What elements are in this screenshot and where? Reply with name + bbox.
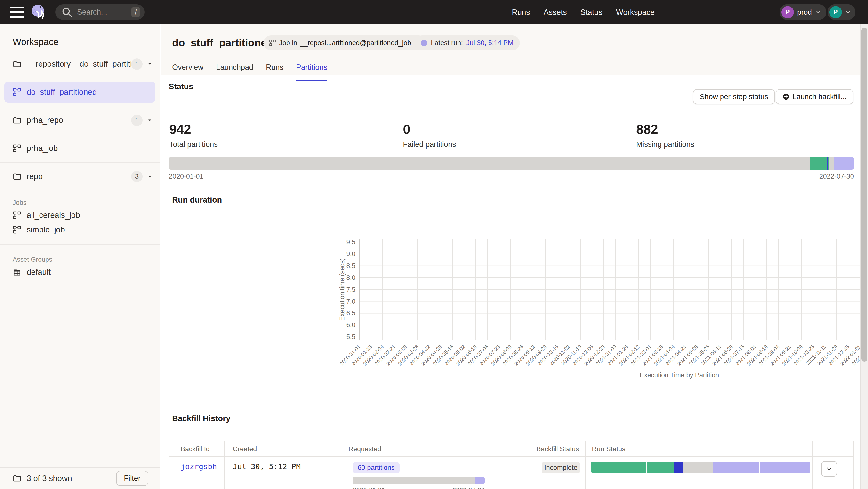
bar-segment [591, 462, 646, 473]
folder-icon [12, 116, 21, 125]
job-count-badge: 1 [131, 58, 143, 70]
run-status-bar[interactable] [591, 462, 810, 473]
bar-segment [830, 157, 834, 170]
row-expand-button[interactable] [821, 461, 837, 477]
svg-text:5.5: 5.5 [346, 333, 355, 340]
show-per-step-status-button[interactable]: Show per-step status [693, 89, 775, 104]
expand-caret-icon[interactable] [147, 173, 153, 179]
deployment-avatar: P [781, 6, 794, 19]
partition-stats: 942Total partitions0Failed partitions882… [160, 112, 854, 157]
stat-failed-partitions: 0Failed partitions [394, 112, 627, 157]
user-avatar: P [830, 6, 842, 19]
bar-segment [353, 477, 475, 484]
bar-segment [810, 157, 826, 170]
dagster-logo[interactable] [31, 4, 46, 20]
table-header: Backfill IdCreatedRequestedBackfill Stat… [169, 441, 854, 457]
top-nav-links: RunsAssetsStatusWorkspace [512, 8, 655, 17]
backfill-history-heading: Backfill History [172, 414, 230, 423]
divider [160, 432, 860, 433]
nav-link-status[interactable]: Status [581, 8, 602, 17]
bar-segment [169, 157, 810, 170]
sidebar-item-all-cereals-job[interactable]: all_cereals_job [0, 208, 159, 223]
latest-run-link[interactable]: Jul 30, 5:14 PM [466, 39, 514, 47]
sidebar-item-label: all_cereals_job [27, 210, 80, 220]
bar-segment [834, 157, 854, 170]
sidebar-item-default[interactable]: default [0, 265, 159, 280]
sidebar-item-label: repo [27, 172, 131, 181]
folder-icon [12, 172, 21, 181]
column-divider [812, 441, 813, 489]
sidebar-item-label: do_stuff_partitioned [27, 88, 159, 97]
expand-caret-icon[interactable] [147, 117, 153, 123]
tab-runs[interactable]: Runs [266, 63, 283, 75]
filter-button[interactable]: Filter [116, 471, 148, 486]
sidebar-item-do-stuff-partitioned[interactable]: do_stuff_partitioned [0, 78, 159, 106]
divider [0, 287, 159, 287]
requested-partitions-chip[interactable]: 60 partitions [353, 462, 400, 473]
stat-value: 0 [403, 122, 627, 137]
column-divider [224, 441, 225, 489]
deployment-label: prod [797, 8, 812, 16]
stat-value: 942 [169, 122, 394, 137]
column-divider [585, 441, 586, 489]
tab-overview[interactable]: Overview [172, 63, 204, 75]
expand-caret-icon[interactable] [147, 61, 153, 67]
sidebar-section-label: Asset Groups [12, 256, 159, 263]
nav-link-runs[interactable]: Runs [512, 8, 530, 17]
repo-list: __repository__do_stuff_partitio...1do_st… [0, 50, 159, 190]
status-heading: Status [169, 82, 193, 91]
tab-partitions[interactable]: Partitions [296, 63, 327, 75]
sidebar-item-label: prha_job [27, 144, 159, 153]
range-start: 2020-01-01 [353, 486, 385, 489]
launch-backfill-button[interactable]: Launch backfill... [776, 89, 854, 104]
backfill-status-tag: Incomplete [541, 462, 580, 473]
column-header-created: Created [233, 445, 257, 453]
sidebar-item-repo[interactable]: repo3 [0, 162, 159, 190]
partition-range-end: 2022-07-30 [819, 172, 854, 180]
run-duration-chart: 9.59.08.58.07.57.06.56.05.5Execution tim… [160, 213, 860, 407]
partition-status-bar[interactable] [169, 157, 854, 170]
backfill-id-link[interactable]: jozrgsbh [181, 462, 217, 471]
svg-text:7.5: 7.5 [346, 286, 355, 293]
sidebar-item-prha-repo[interactable]: prha_repo1 [0, 106, 159, 134]
nav-link-workspace[interactable]: Workspace [616, 8, 655, 17]
bar-segment [760, 462, 810, 473]
latest-run-label: Latest run: [431, 39, 463, 47]
run-duration-heading: Run duration [172, 195, 222, 204]
bar-segment [674, 462, 683, 473]
sidebar-item-prha-job[interactable]: prha_job [0, 134, 159, 162]
sidebar-item-label: simple_job [27, 225, 65, 234]
folder-icon [12, 60, 21, 68]
requested-range-bar [353, 477, 485, 484]
partition-range-start: 2020-01-01 [169, 172, 204, 180]
column-header-backfill-id: Backfill Id [181, 445, 210, 453]
hamburger-menu-icon[interactable] [10, 6, 24, 18]
sidebar-item-label: __repository__do_stuff_partitio... [27, 59, 131, 69]
job-chip-prefix: Job in [279, 39, 297, 47]
stat-label: Failed partitions [403, 140, 627, 149]
svg-text:8.5: 8.5 [346, 262, 355, 269]
column-divider [342, 441, 342, 489]
bar-segment [475, 477, 485, 484]
svg-text:8.0: 8.0 [346, 274, 355, 281]
workspace-sidebar: Workspace __repository__do_stuff_partiti… [0, 24, 160, 489]
search-input[interactable]: Search... / [55, 4, 145, 20]
stat-label: Missing partitions [636, 140, 854, 149]
user-menu[interactable]: P [828, 4, 856, 20]
stat-value: 882 [636, 122, 854, 137]
scrollbar-thumb[interactable] [862, 28, 867, 362]
sidebar-item--repository-do-stuff-partitio-[interactable]: __repository__do_stuff_partitio...1 [0, 50, 159, 78]
deployment-switcher[interactable]: P prod [779, 4, 826, 20]
scrollbar-track[interactable] [860, 24, 868, 489]
job-icon [269, 39, 276, 46]
backfill-history-table: Backfill IdCreatedRequestedBackfill Stat… [169, 441, 854, 489]
partition-bar-range: 2020-01-01 2022-07-30 [169, 172, 854, 180]
job-origin-link[interactable]: __reposi...artitioned@partitioned_job [300, 39, 411, 47]
nav-link-assets[interactable]: Assets [544, 8, 567, 17]
tab-launchpad[interactable]: Launchpad [216, 63, 253, 75]
stat-missing-partitions: 882Missing partitions [627, 112, 854, 157]
job-count-badge: 1 [131, 115, 143, 126]
svg-text:7.0: 7.0 [346, 298, 355, 305]
sidebar-item-simple-job[interactable]: simple_job [0, 223, 159, 237]
svg-text:9.5: 9.5 [346, 238, 355, 246]
